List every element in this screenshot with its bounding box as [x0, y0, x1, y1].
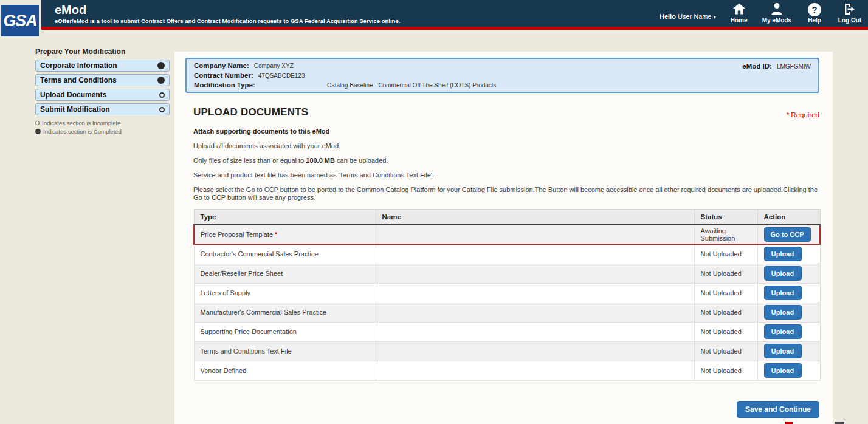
page-title-band: UPLOAD DOCUMENTS * Required: [193, 106, 819, 118]
doc-name-cell: [376, 225, 694, 244]
doc-action-cell: Upload: [757, 361, 820, 380]
status-legend: Indicates section is Incomplete Indicate…: [35, 120, 170, 135]
legend-incomplete: Indicates section is Incomplete: [35, 120, 170, 126]
sidebar-title: Prepare Your Modification: [35, 47, 170, 56]
nav-log-out[interactable]: Log Out: [838, 2, 862, 24]
doc-name-cell: [376, 303, 694, 322]
company-name-value: Company XYZ: [254, 63, 294, 69]
sidebar-item-terms-and-conditions[interactable]: Terms and Conditions: [35, 74, 170, 86]
footer-actions: Save and Continue: [193, 401, 819, 418]
instruction-line-1: Upload all documents associated with you…: [193, 142, 819, 150]
cutoff-text-fragment: [835, 422, 844, 424]
nav-log-out-label: Log Out: [838, 17, 861, 24]
doc-action-cell: Upload: [757, 341, 820, 361]
required-note: * Required: [787, 111, 819, 118]
main-panel: Company Name: Company XYZ Contract Numbe…: [174, 52, 833, 424]
incomplete-status-icon: [35, 121, 40, 125]
upload-button[interactable]: Upload: [764, 324, 802, 339]
step-label: Submit Modification: [40, 105, 110, 114]
contract-info-box: Company Name: Company XYZ Contract Numbe…: [185, 58, 819, 93]
modification-type-row: Modification Type: Catalog Baseline - Co…: [194, 81, 811, 91]
upload-button[interactable]: Upload: [764, 305, 802, 320]
contract-number-row: Contract Number: 47QSABCDE123: [194, 72, 811, 81]
documents-table: Type Name Status Action Price Proposal T…: [193, 209, 821, 381]
table-row-manufacturers-csp: Manufacturer's Commercial Sales Practice…: [194, 303, 820, 322]
required-asterisk: *: [275, 231, 277, 238]
doc-type-cell: Dealer/Reseller Price Sheet: [194, 264, 376, 283]
doc-type-text: Price Proposal Template: [201, 231, 275, 238]
chevron-down-icon: ▾: [714, 14, 716, 19]
help-icon: ?: [808, 3, 821, 16]
nav-home[interactable]: Home: [727, 2, 751, 24]
greeting-username: User Name: [678, 13, 712, 20]
go-to-ccp-button[interactable]: Go to CCP: [764, 227, 811, 242]
gsa-logo: GSA: [1, 5, 39, 36]
doc-status-cell: Awaiting Submission: [694, 225, 757, 244]
nav-home-label: Home: [731, 17, 748, 24]
upload-button[interactable]: Upload: [764, 286, 802, 300]
completed-status-icon: [35, 129, 41, 134]
intro-text: Attach supporting documents to this eMod: [193, 128, 819, 135]
app-titles: eMod eOffer/eMod is a tool to submit Con…: [55, 3, 400, 24]
header-accent-line: [41, 27, 868, 30]
sidebar-item-corporate-information[interactable]: Corporate Information: [35, 60, 170, 72]
doc-type-cell: Letters of Supply: [194, 283, 376, 303]
doc-type-cell: Manufacturer's Commercial Sales Practice: [194, 303, 376, 322]
user-greeting[interactable]: Hello User Name ▾: [660, 13, 716, 20]
emod-id-label: eMod ID:: [742, 63, 772, 70]
upload-button[interactable]: Upload: [764, 344, 802, 358]
doc-action-cell: Upload: [757, 322, 820, 341]
upload-button[interactable]: Upload: [764, 363, 802, 378]
upload-button[interactable]: Upload: [764, 266, 802, 281]
table-row-price-proposal-template: Price Proposal Template * Awaiting Submi…: [194, 225, 820, 244]
company-name-row: Company Name: Company XYZ: [194, 62, 811, 72]
doc-name-cell: [376, 341, 694, 361]
size-limit-suffix: can be uploaded.: [335, 157, 388, 164]
upload-button[interactable]: Upload: [764, 247, 802, 261]
header-bar: eMod eOffer/eMod is a tool to submit Con…: [41, 0, 868, 27]
nav-my-emods[interactable]: My eMods: [762, 2, 791, 24]
modification-type-label: Modification Type:: [194, 81, 327, 89]
doc-status-cell: Not Uploaded: [694, 341, 757, 361]
doc-status-cell: Not Uploaded: [694, 303, 757, 322]
table-row-dealer-reseller-price-sheet: Dealer/Reseller Price Sheet Not Uploaded…: [194, 264, 820, 283]
doc-action-cell: Upload: [757, 303, 820, 322]
doc-status-cell: Not Uploaded: [694, 322, 757, 341]
emod-id: eMod ID: LMGFGMIW: [742, 63, 811, 72]
doc-type-cell: Contractor's Commercial Sales Practice: [194, 244, 376, 264]
step-label: Upload Documents: [40, 91, 106, 99]
home-icon: [732, 2, 746, 16]
doc-status-cell: Not Uploaded: [694, 361, 757, 380]
doc-status-cell: Not Uploaded: [694, 244, 757, 264]
table-row-vendor-defined: Vendor Defined Not Uploaded Upload: [194, 361, 820, 380]
nav-my-emods-label: My eMods: [762, 17, 791, 24]
sidebar-item-upload-documents[interactable]: Upload Documents: [35, 89, 170, 101]
step-label: Corporate Information: [40, 61, 117, 70]
sidebar-item-submit-modification[interactable]: Submit Modification: [35, 103, 170, 115]
completed-status-icon: [157, 77, 165, 84]
user-icon: [770, 2, 784, 16]
column-header-action: Action: [757, 210, 820, 225]
modification-type-value: Catalog Baseline - Commercial Off The Sh…: [327, 82, 497, 89]
size-limit-prefix: Only files of size less than or equal to: [193, 157, 306, 164]
size-limit-value: 100.0 MB: [306, 157, 335, 164]
instruction-line-3: Service and product text file has been n…: [193, 171, 819, 179]
doc-name-cell: [376, 264, 694, 283]
doc-type-cell: Vendor Defined: [194, 361, 376, 380]
doc-action-cell: Upload: [757, 264, 820, 283]
table-row-terms-and-conditions-text-file: Terms and Conditions Text File Not Uploa…: [194, 341, 820, 361]
doc-type-cell: Terms and Conditions Text File: [194, 341, 376, 361]
doc-status-cell: Not Uploaded: [694, 283, 757, 303]
doc-name-cell: [376, 244, 694, 264]
save-and-continue-button[interactable]: Save and Continue: [737, 401, 819, 418]
column-header-type: Type: [194, 210, 376, 225]
table-row-supporting-price-documentation: Supporting Price Documentation Not Uploa…: [194, 322, 820, 341]
nav-help[interactable]: ? Help: [802, 3, 827, 24]
table-header-row: Type Name Status Action: [194, 210, 820, 225]
legend-completed: Indicates section is Completed: [35, 128, 170, 135]
completed-status-icon: [157, 62, 165, 69]
doc-action-cell: Go to CCP: [757, 225, 820, 244]
sidebar: Prepare Your Modification Corporate Info…: [35, 47, 170, 137]
doc-action-cell: Upload: [757, 244, 820, 264]
greeting-hello: Hello: [660, 13, 676, 20]
